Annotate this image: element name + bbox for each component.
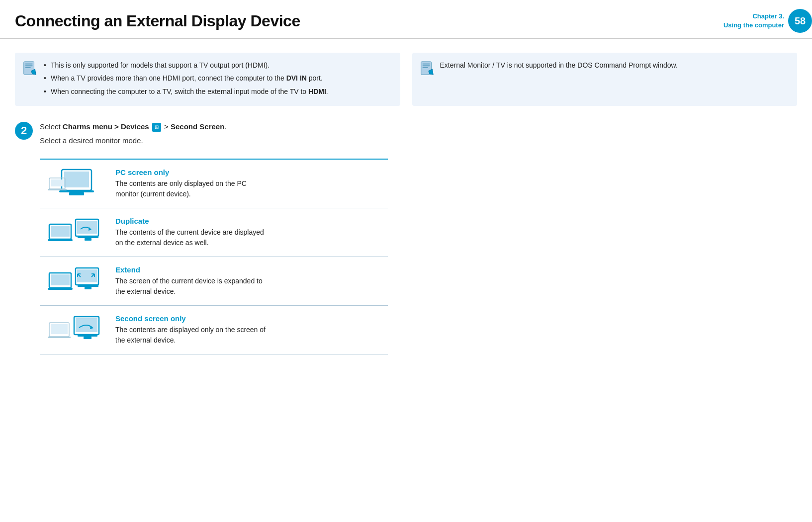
mode-icon-second-only [40, 306, 108, 354]
svg-rect-16 [51, 226, 70, 237]
svg-rect-21 [78, 236, 98, 238]
mode-icon-extend [40, 257, 108, 306]
svg-rect-6 [422, 65, 430, 66]
mode-icon-pc-only [40, 159, 108, 208]
table-row: Duplicate The contents of the current de… [40, 208, 388, 257]
mode-title-duplicate: Duplicate [115, 217, 381, 225]
mode-desc-duplicate: Duplicate The contents of the current de… [108, 208, 388, 257]
svg-rect-22 [85, 238, 91, 241]
svg-rect-14 [48, 189, 67, 190]
svg-rect-3 [25, 67, 31, 68]
mode-desc-pc-only: PC screen only The contents are only dis… [108, 159, 388, 208]
note-left-text: This is only supported for models that s… [43, 60, 328, 99]
svg-rect-36 [78, 335, 97, 337]
mode-text-pc-only: The contents are only displayed on the P… [115, 178, 381, 199]
note-left-icon [22, 61, 38, 78]
svg-rect-2 [25, 65, 33, 66]
svg-rect-28 [78, 285, 98, 287]
mode-title-extend: Extend [115, 265, 381, 274]
mode-text-second-only: The contents are displayed only on the s… [115, 325, 381, 346]
mode-text-extend: The screen of the current device is expa… [115, 276, 381, 297]
note-right-text: External Monitor / TV is not supported i… [440, 60, 678, 71]
devices-icon: ⊞ [152, 123, 161, 132]
mode-title-pc-only: PC screen only [115, 168, 381, 176]
step-2-row: 2 Select Charms menu > Devices ⊞ > Secon… [15, 121, 797, 154]
note-left: This is only supported for models that s… [15, 53, 400, 106]
second-screen-label: Second Screen [171, 122, 224, 131]
svg-rect-17 [48, 239, 73, 241]
step-number: 2 [15, 122, 33, 140]
mode-desc-extend: Extend The screen of the current device … [108, 257, 388, 306]
main-content: This is only supported for models that s… [0, 39, 812, 364]
svg-rect-11 [69, 192, 84, 195]
mode-desc-second-only: Second screen only The contents are disp… [108, 306, 388, 354]
note-right-icon [419, 61, 435, 78]
note-right: External Monitor / TV is not supported i… [412, 53, 798, 106]
svg-rect-9 [64, 172, 89, 187]
step-sub-text: Select a desired monitor mode. [40, 135, 227, 147]
mode-title-second-only: Second screen only [115, 314, 381, 323]
notes-row: This is only supported for models that s… [15, 53, 797, 106]
page-title: Connecting an External Display Device [15, 12, 300, 30]
svg-rect-10 [59, 190, 94, 192]
svg-rect-5 [422, 64, 430, 65]
mode-icon-duplicate [40, 208, 108, 257]
page-number-badge: 58 [788, 9, 812, 33]
svg-rect-32 [48, 337, 71, 338]
table-row: Second screen only The contents are disp… [40, 306, 388, 354]
svg-rect-29 [85, 287, 91, 289]
svg-rect-24 [51, 274, 70, 285]
chapter-badge-area: Chapter 3. Using the computer 58 [723, 9, 812, 33]
svg-rect-31 [51, 324, 68, 334]
svg-rect-37 [84, 337, 91, 339]
step-content: Select Charms menu > Devices ⊞ > Second … [40, 121, 227, 154]
svg-rect-1 [25, 64, 33, 65]
table-row: PC screen only The contents are only dis… [40, 159, 388, 208]
chapter-label: Chapter 3. Using the computer [723, 12, 784, 30]
mode-text-duplicate: The contents of the current device are d… [115, 227, 381, 248]
table-row: Extend The screen of the current device … [40, 257, 388, 306]
step-instruction: Select Charms menu > Devices ⊞ > Second … [40, 121, 227, 133]
modes-table: PC screen only The contents are only dis… [40, 159, 388, 354]
svg-rect-13 [51, 179, 64, 186]
charms-menu-label: Charms menu > Devices [63, 122, 149, 131]
page-header: Connecting an External Display Device Ch… [0, 0, 812, 39]
svg-rect-7 [422, 67, 428, 68]
svg-rect-25 [48, 288, 73, 290]
